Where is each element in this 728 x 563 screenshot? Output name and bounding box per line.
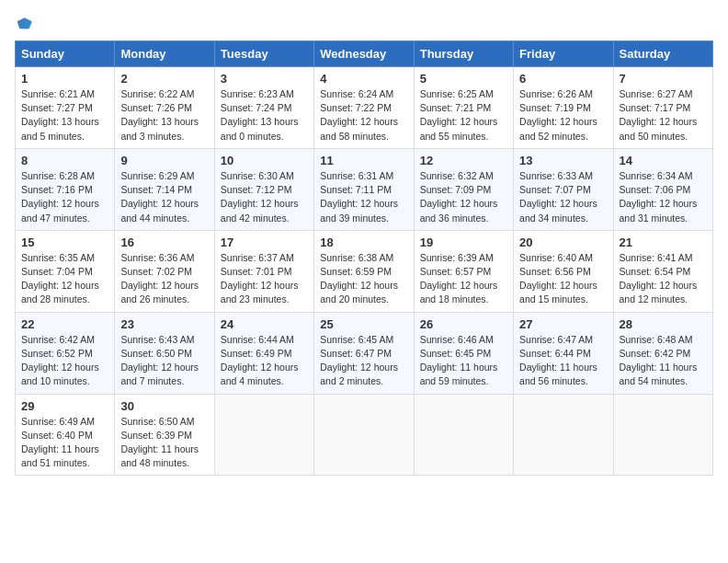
calendar-cell: 22Sunrise: 6:42 AMSunset: 6:52 PMDayligh…: [16, 312, 115, 394]
day-line: Sunrise: 6:24 AM: [320, 87, 407, 101]
day-line: and 47 minutes.: [21, 212, 108, 225]
day-content: Sunrise: 6:43 AMSunset: 6:50 PMDaylight:…: [120, 333, 208, 389]
calendar-cell: 11Sunrise: 6:31 AMSunset: 7:11 PMDayligh…: [314, 148, 414, 230]
day-line: and 36 minutes.: [420, 212, 507, 225]
day-number: 28: [620, 317, 707, 331]
day-line: Daylight: 11 hours: [519, 361, 607, 374]
calendar-cell: 21Sunrise: 6:41 AMSunset: 6:54 PMDayligh…: [613, 230, 712, 312]
day-line: and 3 minutes.: [120, 130, 208, 144]
day-line: and 15 minutes.: [519, 293, 607, 306]
day-line: Daylight: 12 hours: [420, 115, 507, 129]
day-line: Sunset: 6:44 PM: [519, 347, 607, 361]
day-line: Sunrise: 6:48 AM: [620, 333, 707, 347]
day-line: Daylight: 12 hours: [620, 279, 707, 293]
day-line: Daylight: 12 hours: [420, 279, 507, 293]
day-line: Daylight: 12 hours: [21, 197, 108, 211]
calendar-cell: 13Sunrise: 6:33 AMSunset: 7:07 PMDayligh…: [514, 148, 613, 230]
calendar-cell: [414, 394, 513, 476]
day-number: 8: [21, 154, 108, 167]
day-line: Daylight: 12 hours: [320, 115, 407, 129]
day-line: Sunrise: 6:21 AM: [21, 87, 108, 101]
day-number: 6: [519, 72, 607, 86]
day-line: Sunset: 7:02 PM: [120, 265, 208, 279]
day-number: 10: [221, 154, 308, 167]
day-content: Sunrise: 6:40 AMSunset: 6:56 PMDaylight:…: [519, 251, 607, 307]
calendar-header-monday: Monday: [115, 41, 214, 67]
day-number: 16: [120, 236, 208, 249]
day-number: 29: [21, 399, 108, 413]
day-line: Daylight: 12 hours: [221, 279, 308, 293]
day-line: Sunset: 7:07 PM: [519, 183, 607, 197]
day-number: 4: [320, 72, 407, 86]
day-line: and 48 minutes.: [120, 456, 208, 470]
day-content: Sunrise: 6:42 AMSunset: 6:52 PMDaylight:…: [21, 333, 108, 389]
day-number: 19: [420, 236, 507, 249]
calendar-cell: 27Sunrise: 6:47 AMSunset: 6:44 PMDayligh…: [514, 312, 613, 394]
day-line: Sunrise: 6:30 AM: [221, 169, 308, 183]
day-content: Sunrise: 6:48 AMSunset: 6:42 PMDaylight:…: [620, 333, 707, 389]
day-line: Sunrise: 6:28 AM: [21, 169, 108, 183]
day-content: Sunrise: 6:25 AMSunset: 7:21 PMDaylight:…: [420, 87, 507, 144]
day-line: Sunrise: 6:50 AM: [120, 415, 208, 429]
day-line: and 51 minutes.: [21, 456, 108, 470]
day-number: 24: [221, 317, 308, 331]
day-line: and 39 minutes.: [320, 212, 407, 225]
day-content: Sunrise: 6:41 AMSunset: 6:54 PMDaylight:…: [620, 251, 707, 307]
day-line: Sunset: 6:42 PM: [620, 347, 707, 361]
logo-icon: [15, 15, 33, 33]
day-number: 15: [21, 236, 108, 249]
calendar-cell: 2Sunrise: 6:22 AMSunset: 7:26 PMDaylight…: [115, 67, 214, 149]
day-line: Sunrise: 6:32 AM: [420, 169, 507, 183]
day-line: Sunset: 7:17 PM: [620, 101, 707, 115]
calendar-cell: 15Sunrise: 6:35 AMSunset: 7:04 PMDayligh…: [16, 230, 115, 312]
day-line: Sunset: 7:12 PM: [221, 183, 308, 197]
calendar-header-tuesday: Tuesday: [214, 41, 313, 67]
calendar-cell: 9Sunrise: 6:29 AMSunset: 7:14 PMDaylight…: [115, 148, 214, 230]
day-content: Sunrise: 6:44 AMSunset: 6:49 PMDaylight:…: [221, 333, 308, 389]
day-line: Daylight: 12 hours: [519, 115, 607, 129]
day-line: and 20 minutes.: [320, 293, 407, 306]
day-line: Sunset: 7:04 PM: [21, 265, 108, 279]
day-line: Sunset: 7:26 PM: [120, 101, 208, 115]
day-line: Sunset: 7:22 PM: [320, 101, 407, 115]
day-number: 5: [420, 72, 507, 86]
day-number: 3: [221, 72, 308, 86]
calendar-cell: 7Sunrise: 6:27 AMSunset: 7:17 PMDaylight…: [613, 67, 712, 149]
calendar-cell: 17Sunrise: 6:37 AMSunset: 7:01 PMDayligh…: [214, 230, 313, 312]
day-number: 23: [120, 317, 208, 331]
day-content: Sunrise: 6:29 AMSunset: 7:14 PMDaylight:…: [120, 169, 208, 225]
day-number: 7: [620, 72, 707, 86]
day-line: Daylight: 12 hours: [519, 279, 607, 293]
day-line: Daylight: 11 hours: [120, 442, 208, 456]
day-line: Sunset: 7:06 PM: [620, 183, 707, 197]
calendar-cell: 25Sunrise: 6:45 AMSunset: 6:47 PMDayligh…: [314, 312, 414, 394]
calendar-cell: 18Sunrise: 6:38 AMSunset: 6:59 PMDayligh…: [314, 230, 414, 312]
day-line: and 4 minutes.: [221, 374, 308, 388]
calendar-cell: 8Sunrise: 6:28 AMSunset: 7:16 PMDaylight…: [16, 148, 115, 230]
day-line: and 23 minutes.: [221, 293, 308, 306]
day-line: and 7 minutes.: [120, 374, 208, 388]
calendar-cell: 30Sunrise: 6:50 AMSunset: 6:39 PMDayligh…: [115, 394, 214, 476]
day-content: Sunrise: 6:39 AMSunset: 6:57 PMDaylight:…: [420, 251, 507, 307]
calendar-cell: 14Sunrise: 6:34 AMSunset: 7:06 PMDayligh…: [613, 148, 712, 230]
day-line: Sunset: 6:40 PM: [21, 429, 108, 442]
day-number: 26: [420, 317, 507, 331]
day-line: Sunrise: 6:39 AM: [420, 251, 507, 265]
day-line: Sunset: 6:54 PM: [620, 265, 707, 279]
day-line: and 5 minutes.: [21, 130, 108, 144]
day-content: Sunrise: 6:22 AMSunset: 7:26 PMDaylight:…: [120, 87, 208, 144]
day-line: Daylight: 12 hours: [620, 197, 707, 211]
calendar-cell: 5Sunrise: 6:25 AMSunset: 7:21 PMDaylight…: [414, 67, 513, 149]
day-number: 1: [21, 72, 108, 86]
day-line: Daylight: 12 hours: [320, 197, 407, 211]
day-line: Sunrise: 6:25 AM: [420, 87, 507, 101]
day-line: Daylight: 12 hours: [120, 279, 208, 293]
day-content: Sunrise: 6:49 AMSunset: 6:40 PMDaylight:…: [21, 415, 108, 471]
day-content: Sunrise: 6:26 AMSunset: 7:19 PMDaylight:…: [519, 87, 607, 144]
day-line: Daylight: 12 hours: [519, 197, 607, 211]
day-line: Daylight: 13 hours: [120, 115, 208, 129]
day-line: Daylight: 11 hours: [420, 361, 507, 374]
day-content: Sunrise: 6:50 AMSunset: 6:39 PMDaylight:…: [120, 415, 208, 471]
day-number: 30: [120, 399, 208, 413]
day-line: Daylight: 13 hours: [221, 115, 308, 129]
